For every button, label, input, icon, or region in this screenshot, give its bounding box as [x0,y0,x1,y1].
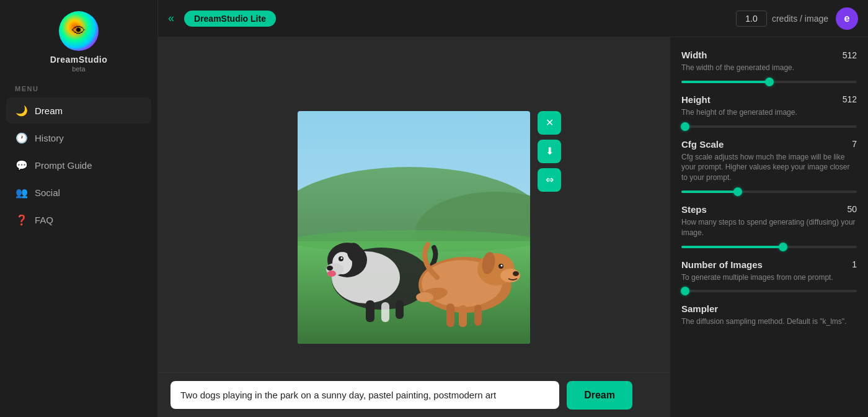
svg-rect-31 [298,111,530,344]
setting-cfg-value: 7 [852,139,857,149]
setting-height-header: Height 512 [681,94,857,105]
sidebar-logo-wrap: 👁 DreamStudio beta [50,11,108,73]
num-images-slider-thumb [681,287,689,295]
setting-steps-label: Steps [681,204,707,215]
setting-sampler-header: Sampler [681,303,857,314]
setting-cfg-label: Cfg Scale [681,139,724,150]
setting-height-label: Height [681,94,711,105]
height-slider-thumb [681,122,689,131]
setting-height-desc: The height of the generated image. [681,107,857,118]
steps-slider-fill [681,246,783,248]
sidebar-item-prompt-guide-label: Prompt Guide [35,160,92,171]
height-slider-track[interactable] [681,125,857,128]
expand-button[interactable]: ⇔ [538,168,561,192]
sidebar-item-history-label: History [35,133,64,143]
social-icon: 👥 [15,186,29,199]
width-slider-fill [681,81,769,83]
setting-num-images-desc: To generate multiple images from one pro… [681,272,857,283]
setting-height-value: 512 [843,94,857,104]
setting-sampler-desc: The diffusion sampling method. Default i… [681,316,857,327]
download-button[interactable]: ⬇ [538,140,561,163]
sidebar-title: DreamStudio [50,55,108,65]
prompt-input[interactable] [170,381,559,409]
dream-icon: 🌙 [15,104,29,117]
setting-num-images-header: Number of Images 1 [681,259,857,270]
prompt-guide-icon: 💬 [15,158,29,172]
setting-num-images-label: Number of Images [681,259,763,270]
dream-button[interactable]: Dream [567,381,632,410]
cfg-slider-fill [681,191,738,193]
image-container: ✕ ⬇ ⇔ [298,111,530,344]
sidebar-item-dream-label: Dream [35,105,63,116]
sidebar-item-social[interactable]: 👥 Social [6,179,151,205]
setting-width-desc: The width of the generated image. [681,63,857,73]
setting-num-images-value: 1 [852,259,857,269]
num-images-slider-track[interactable] [681,290,857,292]
header: « DreamStudio Lite credits / image e [158,0,868,37]
setting-width-label: Width [681,50,707,60]
sidebar-item-faq[interactable]: ❓ FAQ [6,207,151,233]
sidebar-item-history[interactable]: 🕐 History [6,125,151,151]
action-buttons: ✕ ⬇ ⇔ [538,111,561,192]
setting-steps-value: 50 [847,204,857,214]
width-slider-track[interactable] [681,81,857,83]
faq-icon: ❓ [15,213,29,226]
settings-panel: Width 512 The width of the generated ima… [670,37,868,417]
setting-width: Width 512 The width of the generated ima… [681,50,857,83]
sidebar-menu-label: MENU [0,85,38,92]
logo-circle: 👁 [59,11,99,51]
steps-slider-thumb [779,243,787,251]
cfg-slider-track[interactable] [681,191,857,193]
credits-box: credits / image [736,11,828,27]
setting-width-value: 512 [843,50,857,60]
prompt-bar: Dream [158,372,670,417]
setting-num-images: Number of Images 1 To generate multiple … [681,259,857,293]
history-icon: 🕐 [15,131,29,145]
credits-suffix: credits / image [772,14,828,24]
sidebar-item-prompt-guide[interactable]: 💬 Prompt Guide [6,152,151,178]
sidebar-item-dream[interactable]: 🌙 Dream [6,97,151,123]
setting-cfg-scale: Cfg Scale 7 Cfg scale adjusts how much t… [681,139,857,193]
main-area: « DreamStudio Lite credits / image e [158,0,868,417]
setting-height: Height 512 The height of the generated i… [681,94,857,128]
sidebar: 👁 DreamStudio beta MENU 🌙 Dream 🕐 Histor… [0,0,158,417]
setting-cfg-header: Cfg Scale 7 [681,139,857,150]
app-badge: DreamStudio Lite [184,11,276,27]
credits-input[interactable] [736,11,767,27]
content: ✕ ⬇ ⇔ Dream Width 512 The width of the g… [158,37,868,417]
sidebar-beta: beta [72,65,85,73]
setting-sampler: Sampler The diffusion sampling method. D… [681,303,857,330]
cfg-slider-thumb [733,187,742,196]
sidebar-nav: 🌙 Dream 🕐 History 💬 Prompt Guide 👥 Socia… [0,97,157,233]
canvas-area: ✕ ⬇ ⇔ Dream [158,37,670,417]
steps-slider-track[interactable] [681,246,857,248]
setting-steps-desc: How many steps to spend generating (diff… [681,217,857,238]
setting-sampler-label: Sampler [681,303,718,314]
setting-steps: Steps 50 How many steps to spend generat… [681,204,857,248]
eye-icon: 👁 [72,23,86,39]
generated-image [298,111,530,344]
close-button[interactable]: ✕ [538,111,561,135]
setting-width-header: Width 512 [681,50,857,60]
back-icon[interactable]: « [168,12,174,25]
sidebar-item-social-label: Social [35,187,60,198]
setting-cfg-desc: Cfg scale adjusts how much the image wil… [681,152,857,183]
user-avatar[interactable]: e [836,7,858,30]
width-slider-thumb [765,78,774,86]
setting-steps-header: Steps 50 [681,204,857,215]
sidebar-item-faq-label: FAQ [35,215,53,225]
